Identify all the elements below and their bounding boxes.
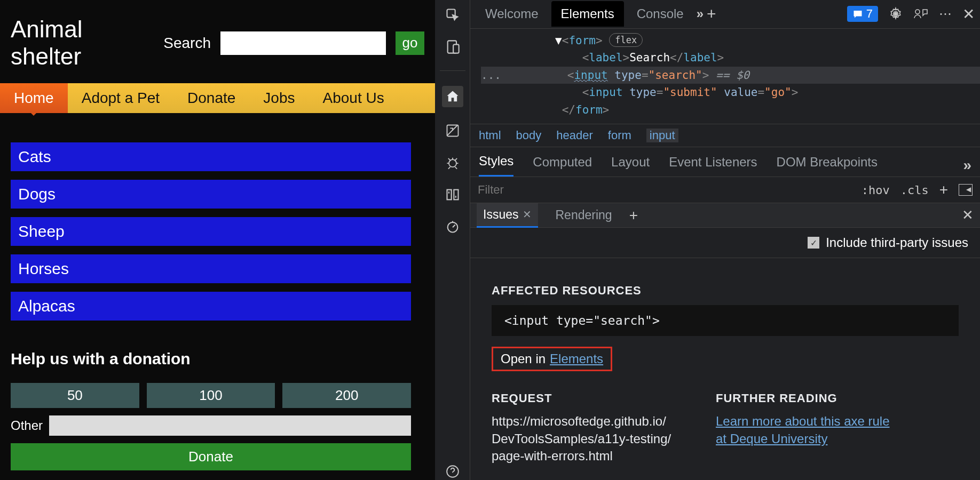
svg-rect-5 — [447, 190, 451, 200]
tab-issues[interactable]: Issues ✕ — [477, 203, 538, 228]
devtools-main: Welcome Elements Console » + 7 ⋯ ✕ — [470, 0, 980, 480]
request-url: https://microsoftedge.github.io/DevTools… — [492, 413, 673, 465]
new-style-icon[interactable]: + — [939, 181, 948, 198]
dom-attr-value: value — [724, 86, 757, 99]
styles-tabs: Styles Computed Layout Event Listeners D… — [470, 147, 980, 177]
search-input[interactable] — [220, 31, 386, 55]
dom-attr-submit: "submit" — [663, 86, 717, 99]
affected-resource-code: <input type="search"> — [492, 305, 959, 336]
further-reading-title: FURTHER READING — [716, 391, 897, 405]
dom-form-tag: form — [568, 34, 596, 47]
hov-toggle[interactable]: :hov — [862, 183, 890, 197]
help-icon[interactable] — [444, 463, 461, 480]
settings-icon[interactable] — [889, 7, 903, 21]
nav-adopt[interactable]: Adopt a Pet — [68, 83, 173, 113]
flex-badge[interactable]: flex — [609, 33, 643, 47]
devtools-rail — [435, 0, 470, 480]
tab-rendering[interactable]: Rendering — [553, 204, 614, 227]
crumb-form[interactable]: form — [608, 129, 631, 142]
toggle-sidebar-icon[interactable] — [959, 184, 973, 196]
rendered-page: Animal shelter Search go Home Adopt a Pe… — [0, 0, 435, 480]
open-in-elements[interactable]: Open in Elements — [492, 347, 612, 371]
crumb-body[interactable]: body — [516, 129, 542, 142]
tab-layout[interactable]: Layout — [611, 155, 650, 176]
tab-welcome[interactable]: Welcome — [476, 1, 548, 27]
donation-other-input[interactable] — [49, 415, 411, 436]
feedback-icon[interactable] — [913, 7, 928, 21]
svg-point-7 — [447, 222, 457, 233]
issues-count: 7 — [866, 7, 873, 21]
devtools-tabs: Welcome Elements Console » + 7 ⋯ ✕ — [470, 0, 980, 29]
cls-toggle[interactable]: .cls — [900, 183, 929, 197]
crumb-html[interactable]: html — [479, 129, 501, 142]
include-third-party-checkbox[interactable]: ✓ — [808, 237, 819, 249]
bug-icon[interactable] — [444, 154, 461, 171]
donation-amounts: 50 100 200 — [11, 383, 411, 408]
donation-other-label: Other — [11, 418, 43, 433]
add-tab-icon[interactable]: + — [707, 5, 716, 23]
add-drawer-tab-icon[interactable]: + — [629, 207, 638, 224]
home-icon[interactable] — [442, 86, 463, 107]
animal-dogs[interactable]: Dogs — [11, 180, 411, 209]
tab-dom-breakpoints[interactable]: DOM Breakpoints — [777, 155, 878, 176]
nav-home[interactable]: Home — [0, 83, 68, 113]
affected-resources-title: AFFECTED RESOURCES — [492, 284, 959, 298]
device-icon[interactable] — [444, 38, 461, 55]
main-nav: Home Adopt a Pet Donate Jobs About Us — [0, 83, 435, 113]
issues-body: AFFECTED RESOURCES <input type="search">… — [470, 258, 980, 480]
further-reading-link[interactable]: Learn more about this axe rule at Deque … — [716, 413, 897, 447]
dom-form-close: form — [575, 103, 603, 116]
animal-cats[interactable]: Cats — [11, 142, 411, 171]
performance-icon[interactable] — [444, 218, 461, 235]
close-issues-icon[interactable]: ✕ — [523, 208, 532, 221]
crumb-header[interactable]: header — [556, 129, 593, 142]
amount-200[interactable]: 200 — [282, 383, 411, 408]
dom-label-close: label — [683, 51, 717, 64]
close-devtools-icon[interactable]: ✕ — [962, 5, 975, 23]
page-header: Animal shelter Search go — [0, 0, 435, 83]
dom-label-text: Search — [629, 51, 670, 64]
dom-tree[interactable]: ▼<form> flex <label>Search</label> ... <… — [470, 29, 980, 124]
svg-point-4 — [449, 159, 456, 167]
animal-horses[interactable]: Horses — [11, 254, 411, 283]
more-tabs-icon[interactable]: » — [697, 6, 704, 21]
styles-filter-input[interactable] — [478, 183, 851, 197]
dom-attr-type2: type — [629, 86, 657, 99]
drawer-tabs: Issues ✕ Rendering + ✕ — [470, 203, 980, 228]
dom-selected-line[interactable]: ... <input type="search"> == $0 — [481, 67, 980, 84]
request-title: REQUEST — [492, 391, 673, 405]
donation-section: Help us with a donation 50 100 200 Other… — [11, 350, 424, 470]
donate-button[interactable]: Donate — [11, 443, 411, 470]
open-in-link[interactable]: Elements — [550, 351, 603, 366]
nav-donate[interactable]: Donate — [173, 83, 249, 113]
nav-about[interactable]: About Us — [309, 83, 398, 113]
donation-title: Help us with a donation — [11, 350, 424, 368]
network-icon[interactable] — [444, 186, 461, 203]
tab-issues-label: Issues — [483, 207, 518, 222]
search-form: Search go — [163, 31, 424, 55]
crumb-input[interactable]: input — [646, 129, 678, 142]
styles-more-icon[interactable]: » — [963, 157, 971, 174]
more-icon[interactable]: ⋯ — [939, 6, 952, 21]
amount-50[interactable]: 50 — [11, 383, 139, 408]
svg-point-10 — [915, 10, 920, 14]
inspect-icon[interactable] — [444, 6, 461, 23]
dom-label-open: label — [589, 51, 622, 64]
tab-event-listeners[interactable]: Event Listeners — [669, 155, 757, 176]
tab-styles[interactable]: Styles — [479, 154, 513, 177]
animal-alpacas[interactable]: Alpacas — [11, 292, 411, 321]
devtools-panel: Welcome Elements Console » + 7 ⋯ ✕ — [435, 0, 980, 480]
svg-rect-6 — [454, 190, 458, 200]
close-drawer-icon[interactable]: ✕ — [962, 207, 974, 223]
dom-attr-type: type — [614, 69, 642, 82]
tab-computed[interactable]: Computed — [533, 155, 592, 176]
search-go-button[interactable]: go — [396, 31, 424, 55]
tab-elements[interactable]: Elements — [551, 1, 624, 27]
tab-console[interactable]: Console — [627, 1, 693, 27]
3d-view-icon[interactable] — [444, 122, 461, 139]
amount-100[interactable]: 100 — [147, 383, 275, 408]
dom-input2-tag: input — [589, 86, 622, 99]
animal-sheep[interactable]: Sheep — [11, 217, 411, 246]
issues-badge[interactable]: 7 — [847, 6, 878, 22]
nav-jobs[interactable]: Jobs — [249, 83, 309, 113]
